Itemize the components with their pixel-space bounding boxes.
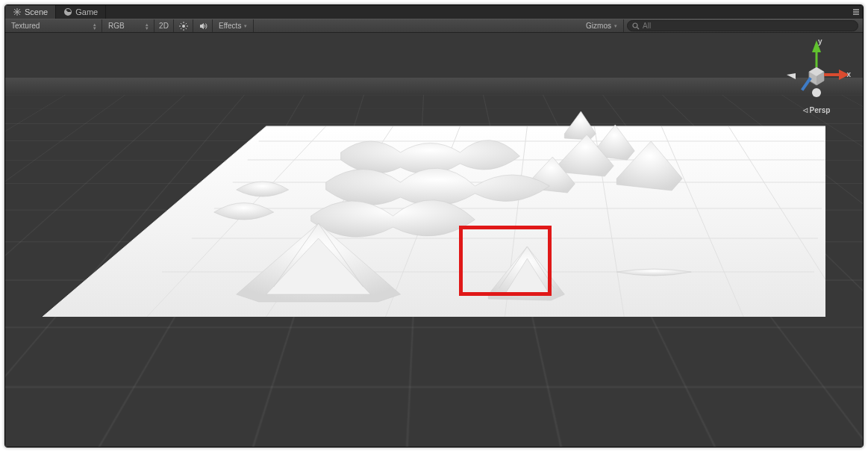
svg-rect-8 <box>824 73 839 76</box>
render-mode-dropdown[interactable]: RGB ▴▾ <box>102 19 154 32</box>
scene-toolbar: Textured ▴▾ RGB ▴▾ 2D Effects ▾ Gizmos ▾ <box>5 19 863 33</box>
terrain-object[interactable] <box>43 108 825 317</box>
scene-viewport[interactable]: y x ◁ Persp <box>5 33 863 447</box>
tab-scene-label: Scene <box>25 7 48 16</box>
projection-label: Persp <box>810 106 831 114</box>
axis-x-label: x <box>846 70 851 78</box>
projection-toggle[interactable]: ◁ Persp <box>784 106 849 114</box>
2d-label: 2D <box>159 22 169 30</box>
gizmos-dropdown[interactable]: Gizmos ▾ <box>580 19 624 32</box>
audio-icon <box>199 22 207 31</box>
2d-toggle-button[interactable]: 2D <box>154 19 174 32</box>
svg-rect-7 <box>816 52 818 67</box>
scene-search-field[interactable] <box>627 20 858 31</box>
chevron-down-icon: ▾ <box>244 23 247 29</box>
lighting-toggle-button[interactable] <box>174 19 193 32</box>
chevron-down-icon: ▾ <box>614 23 617 29</box>
tab-strip: Scene Game <box>5 5 863 19</box>
viewport-horizon <box>5 78 863 96</box>
svg-point-13 <box>812 88 821 97</box>
tab-game[interactable]: Game <box>56 5 106 19</box>
svg-rect-10 <box>801 77 812 91</box>
dropdown-arrows-icon: ▴▾ <box>93 22 96 30</box>
effects-dropdown[interactable]: Effects ▾ <box>213 19 254 32</box>
terrain-mesh <box>43 108 825 317</box>
axis-y-label: y <box>818 37 822 46</box>
tab-game-label: Game <box>75 7 98 16</box>
dropdown-arrows-icon: ▴▾ <box>146 22 148 30</box>
effects-label: Effects <box>219 22 241 30</box>
svg-point-0 <box>182 25 185 28</box>
menu-icon <box>852 8 860 16</box>
svg-point-1 <box>633 23 637 28</box>
orientation-gizmo[interactable]: y x ◁ Persp <box>784 37 849 127</box>
tab-scene[interactable]: Scene <box>5 5 56 19</box>
tab-context-menu-button[interactable] <box>849 5 863 19</box>
shading-mode-label: Textured <box>11 22 40 30</box>
audio-toggle-button[interactable] <box>193 19 213 32</box>
orientation-gizmo-cube <box>784 37 849 103</box>
gizmos-label: Gizmos <box>586 22 611 30</box>
shading-mode-dropdown[interactable]: Textured ▴▾ <box>5 19 102 32</box>
tab-strip-filler <box>106 5 849 19</box>
search-input[interactable] <box>643 22 853 30</box>
sun-icon <box>179 22 188 31</box>
svg-marker-12 <box>787 73 796 79</box>
game-icon <box>63 7 72 16</box>
render-mode-label: RGB <box>108 22 125 30</box>
projection-icon: ◁ <box>803 107 808 114</box>
scene-icon <box>13 7 22 16</box>
editor-window: Scene Game Textured ▴▾ RGB ▴▾ 2D Ef <box>4 4 864 448</box>
search-icon <box>632 22 640 30</box>
